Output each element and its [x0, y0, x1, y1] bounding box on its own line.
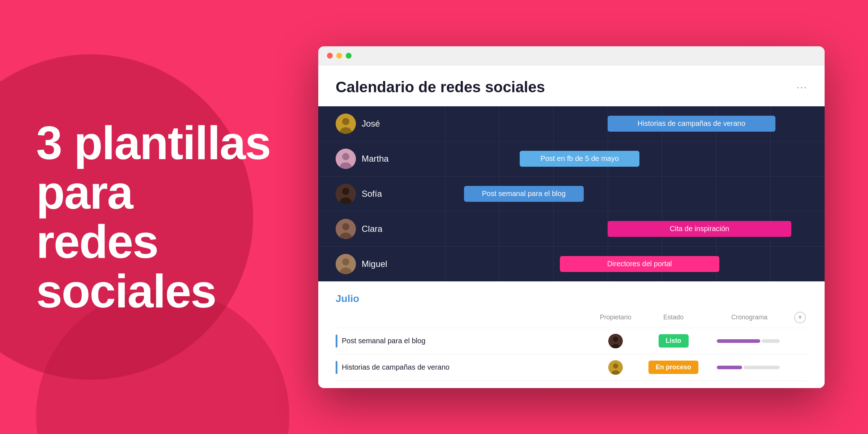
col-header-add: + — [793, 312, 807, 323]
schedule-bar-filled-2 — [717, 366, 742, 369]
col-header-schedule: Cronograma — [706, 314, 793, 321]
gantt-row-jose: José Historias de campañas de verano — [318, 106, 825, 141]
svg-point-4 — [342, 153, 349, 160]
section-title: Julio — [336, 293, 807, 305]
schedule-bar-empty-2 — [744, 366, 780, 369]
gantt-timeline-martha: Post en fb de 5 de mayo — [408, 150, 807, 168]
content-wrapper: 3 plantillas para redes sociales Calenda… — [36, 46, 832, 388]
titlebar-dot-green[interactable] — [346, 53, 352, 59]
gantt-chart: José Historias de campañas de verano — [318, 106, 825, 281]
list-task-1: Post semanal para el blog — [336, 335, 590, 348]
gantt-row-miguel: Miguel Directores del portal — [318, 247, 825, 281]
person-info-jose: José — [336, 114, 408, 134]
person-name-martha: Martha — [362, 154, 389, 164]
avatar-miguel — [336, 254, 356, 274]
window-titlebar — [318, 46, 825, 65]
person-name-clara: Clara — [362, 224, 382, 234]
gantt-row-clara: Clara Cita de inspiración — [318, 212, 825, 247]
gantt-timeline-clara: Cita de inspiración — [408, 220, 807, 238]
app-window: Calendario de redes sociales ··· — [318, 46, 825, 388]
list-owner-2 — [590, 360, 641, 375]
col-header-owner: Propietario — [590, 314, 641, 321]
left-text-block: 3 plantillas para redes sociales — [36, 118, 289, 316]
title-line4: sociales — [36, 265, 216, 318]
more-options-icon[interactable]: ··· — [797, 81, 807, 93]
owner-avatar-1 — [608, 334, 623, 348]
title-line2: para — [36, 166, 133, 219]
list-task-2: Historias de campañas de verano — [336, 361, 590, 374]
col-header-status: Estado — [641, 314, 706, 321]
task-bar-miguel[interactable]: Directores del portal — [560, 256, 720, 272]
status-badge-2: En proceso — [648, 361, 698, 374]
schedule-bar-filled-1 — [717, 339, 760, 343]
person-name-jose: José — [362, 119, 380, 129]
gantt-timeline-jose: Historias de campañas de verano — [408, 115, 807, 133]
person-name-miguel: Miguel — [362, 259, 387, 269]
schedule-bar-2 — [717, 366, 782, 369]
list-row-2: Historias de campañas de verano En proce… — [336, 354, 807, 381]
bottom-list-area: Julio Propietario Estado Cronograma + Po… — [318, 281, 825, 388]
task-bar-jose[interactable]: Historias de campañas de verano — [608, 116, 775, 132]
task-bar-clara[interactable]: Cita de inspiración — [608, 221, 791, 237]
avatar-clara — [336, 219, 356, 239]
svg-point-10 — [342, 223, 349, 230]
titlebar-dot-yellow[interactable] — [336, 53, 342, 59]
avatar-martha — [336, 149, 356, 169]
task-bar-sofia[interactable]: Post semanal para el blog — [464, 186, 584, 202]
svg-point-1 — [342, 118, 349, 125]
schedule-bar-empty-1 — [762, 339, 780, 343]
task-stripe-2 — [336, 361, 337, 374]
gantt-timeline-sofia: Post semanal para el blog — [408, 185, 807, 203]
list-schedule-2 — [706, 366, 793, 369]
list-status-1: Listo — [641, 334, 706, 348]
svg-point-19 — [613, 363, 618, 369]
titlebar-dot-red[interactable] — [327, 53, 333, 59]
avatar-sofia — [336, 184, 356, 204]
title-line1: 3 plantillas — [36, 116, 271, 169]
avatar-jose — [336, 114, 356, 134]
status-badge-1: Listo — [659, 334, 689, 348]
task-stripe-1 — [336, 335, 337, 348]
window-header: Calendario de redes sociales ··· — [318, 65, 825, 106]
list-owner-1 — [590, 334, 641, 348]
owner-avatar-2 — [608, 360, 623, 375]
person-info-martha: Martha — [336, 149, 408, 169]
list-status-2: En proceso — [641, 361, 706, 374]
person-info-clara: Clara — [336, 219, 408, 239]
svg-point-7 — [342, 188, 349, 195]
gantt-row-martha: Martha Post en fb de 5 de mayo — [318, 141, 825, 176]
list-schedule-1 — [706, 339, 793, 343]
gantt-timeline-miguel: Directores del portal — [408, 255, 807, 273]
task-bar-martha[interactable]: Post en fb de 5 de mayo — [520, 151, 639, 167]
title-line3: redes — [36, 215, 158, 268]
person-info-miguel: Miguel — [336, 254, 408, 274]
main-title: 3 plantillas para redes sociales — [36, 118, 289, 316]
gantt-row-sofia: Sofía Post semanal para el blog — [318, 176, 825, 212]
window-title: Calendario de redes sociales — [336, 78, 545, 96]
schedule-bar-1 — [717, 339, 782, 343]
person-info-sofia: Sofía — [336, 184, 408, 204]
svg-point-13 — [342, 258, 349, 265]
person-name-sofia: Sofía — [362, 189, 382, 199]
svg-point-16 — [613, 337, 618, 342]
list-row-1: Post semanal para el blog Listo — [336, 328, 807, 354]
list-header: Propietario Estado Cronograma + — [336, 312, 807, 328]
add-column-button[interactable]: + — [794, 312, 806, 323]
